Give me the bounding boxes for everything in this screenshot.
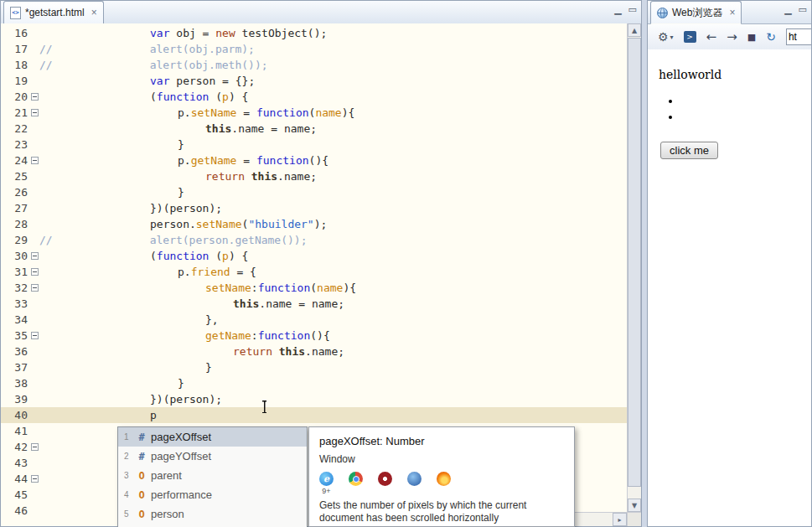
line-number: 46 xyxy=(1,503,28,519)
code-line[interactable]: 23} xyxy=(1,137,627,152)
stop-icon[interactable]: ■ xyxy=(747,32,756,43)
code-line[interactable]: 19var person = {}; xyxy=(1,73,627,89)
firefox-browser-icon xyxy=(437,472,451,486)
code-text: } xyxy=(39,375,627,391)
assist-item[interactable]: 4Operformance xyxy=(118,485,307,504)
code-line[interactable]: 32setName:function(name){ xyxy=(1,280,627,296)
line-number: 39 xyxy=(1,391,28,407)
gutter-cell: 37 xyxy=(1,359,39,375)
code-line[interactable]: 38} xyxy=(1,375,627,391)
close-icon[interactable]: × xyxy=(91,7,97,18)
code-line[interactable]: 16var obj = new testObject(); xyxy=(1,25,627,41)
minimize-icon[interactable]: ▁ xyxy=(784,4,791,15)
gutter-cell: 19 xyxy=(1,73,39,89)
click-me-button[interactable]: click me xyxy=(660,142,718,159)
code-line[interactable]: 31p.friend = { xyxy=(1,264,627,280)
gutter-cell: 34 xyxy=(1,312,39,328)
code-line[interactable]: 21p.setName = function(name){ xyxy=(1,105,627,121)
maximize-icon[interactable]: ▭ xyxy=(628,4,637,15)
gutter-cell: 46 xyxy=(1,503,39,519)
code-text: p.setName = function(name){ xyxy=(39,105,627,121)
editor-window-controls: ▁ ▭ xyxy=(614,4,637,15)
code-line[interactable]: 33this.name = name; xyxy=(1,296,627,312)
line-number: 37 xyxy=(1,359,28,375)
tab-web-browser[interactable]: Web浏览器 × xyxy=(650,1,742,24)
code-text: var obj = new testObject(); xyxy=(39,25,627,41)
line-number: 44 xyxy=(1,471,28,487)
code-line[interactable]: 25return this.name; xyxy=(1,168,627,184)
fold-marker-icon[interactable] xyxy=(31,284,39,292)
code-text: setName:function(name){ xyxy=(39,280,627,296)
settings-gear-icon[interactable]: ⚙▾ xyxy=(658,30,674,44)
assist-item[interactable]: 1#pageXOffset xyxy=(118,427,307,447)
gutter-cell: 35 xyxy=(1,328,39,344)
html-file-icon: <> xyxy=(10,7,21,19)
assist-item-rank: 5 xyxy=(124,509,132,519)
browser-toolbar: ⚙▾>←→■↻ xyxy=(648,24,811,50)
fold-marker-icon[interactable] xyxy=(31,252,39,260)
gutter-cell: 31 xyxy=(1,264,39,280)
forward-icon[interactable]: → xyxy=(727,29,737,44)
code-line[interactable]: 28person.setName("hbuilder"); xyxy=(1,216,627,232)
gutter-cell: 24 xyxy=(1,152,39,168)
code-line[interactable]: 35getName:function(){ xyxy=(1,328,627,344)
code-line[interactable]: 30(function (p) { xyxy=(1,248,627,264)
code-text: p.getName = function(){ xyxy=(39,152,627,168)
scroll-right-icon[interactable]: ▸ xyxy=(613,513,627,526)
code-line[interactable]: 18//alert(obj.meth()); xyxy=(1,57,627,73)
line-number: 21 xyxy=(1,105,28,121)
code-line[interactable]: 24p.getName = function(){ xyxy=(1,152,627,168)
minimize-icon[interactable]: ▁ xyxy=(614,4,621,15)
code-assist-popup: 1#pageXOffset2#pageYOffset3Oparent4Operf… xyxy=(117,426,308,527)
code-line[interactable]: 40p xyxy=(1,407,627,423)
back-icon[interactable]: ← xyxy=(706,29,717,44)
browser-content: helloworld click me xyxy=(648,49,811,526)
fold-marker-icon[interactable] xyxy=(31,443,39,451)
line-number: 33 xyxy=(1,296,28,312)
code-line[interactable]: 26} xyxy=(1,184,627,200)
ie-browser-icon: e xyxy=(319,472,334,486)
fold-marker-icon[interactable] xyxy=(31,475,39,483)
gutter-cell: 27 xyxy=(1,200,39,216)
line-number: 30 xyxy=(1,248,28,264)
code-line[interactable]: 17//alert(obj.parm); xyxy=(1,41,627,57)
fold-marker-icon[interactable] xyxy=(31,109,39,116)
code-line[interactable]: 22this.name = name; xyxy=(1,121,627,137)
fold-marker-icon[interactable] xyxy=(31,332,39,339)
assist-item-label: pageXOffset xyxy=(151,431,211,443)
url-input[interactable] xyxy=(786,28,811,45)
code-text: }, xyxy=(39,312,627,328)
editor-tab-title: *getstart.html xyxy=(25,7,85,18)
code-text: getName:function(){ xyxy=(39,328,627,344)
browser-tabbar: Web浏览器 × ▁ ▭ xyxy=(648,1,811,24)
list-item xyxy=(681,95,811,111)
code-text: })(person); xyxy=(39,200,627,216)
fold-marker-icon[interactable] xyxy=(31,157,39,164)
maximize-icon[interactable]: ▭ xyxy=(799,4,807,15)
refresh-icon[interactable]: ↻ xyxy=(766,30,776,44)
code-line[interactable]: 27})(person); xyxy=(1,200,627,216)
fold-marker-icon[interactable] xyxy=(31,93,39,101)
assist-item[interactable]: 5Operson xyxy=(118,504,307,524)
scroll-down-icon[interactable]: ▼ xyxy=(628,499,641,512)
gutter-cell: 20 xyxy=(1,89,39,105)
assist-item[interactable]: 3Oparent xyxy=(118,466,307,485)
code-line[interactable]: 37} xyxy=(1,359,627,375)
fold-marker-icon[interactable] xyxy=(31,268,39,276)
scroll-up-icon[interactable]: ▲ xyxy=(628,23,641,37)
code-line[interactable]: 20(function (p) { xyxy=(1,89,627,105)
code-line[interactable]: 36return this.name; xyxy=(1,344,627,359)
code-line[interactable]: 34}, xyxy=(1,312,627,328)
vertical-scrollbar[interactable]: ▲ ▼ xyxy=(627,23,641,512)
gutter-cell: 33 xyxy=(1,296,39,312)
line-number: 22 xyxy=(1,121,28,137)
assist-item[interactable]: 2#pageYOffset xyxy=(118,447,307,466)
vertical-scrollbar-thumb[interactable] xyxy=(628,38,641,487)
code-line[interactable]: 29//alert(person.getName()); xyxy=(1,232,627,248)
code-text: } xyxy=(39,359,627,375)
tab-getstart-html[interactable]: <> *getstart.html × xyxy=(3,1,104,24)
open-external-browser-icon[interactable]: > xyxy=(684,31,696,43)
line-number: 24 xyxy=(1,152,28,168)
code-line[interactable]: 39})(person); xyxy=(1,391,627,407)
close-icon[interactable]: × xyxy=(729,7,735,18)
